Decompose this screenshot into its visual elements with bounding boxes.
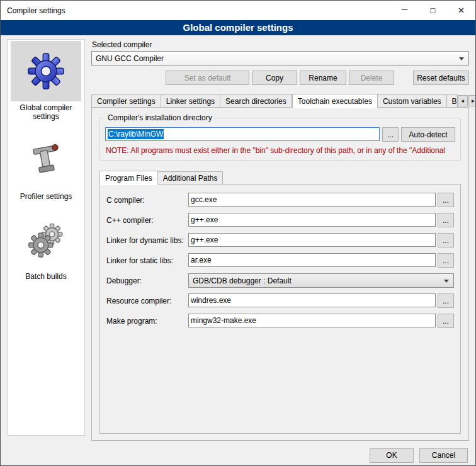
sidebar-item-label: Batch builds	[21, 270, 70, 281]
static-linker-label: Linker for static libs:	[106, 256, 188, 265]
tab-toolchain-executables[interactable]: Toolchain executables	[292, 94, 378, 108]
make-program-browse-button[interactable]: ...	[438, 314, 454, 328]
tab-compiler-settings[interactable]: Compiler settings	[91, 94, 161, 108]
c-compiler-label: C compiler:	[106, 196, 188, 205]
tab-scroll-buttons: ◄ ►	[458, 95, 476, 106]
program-files-tab-bar: Program Files Additional Paths	[99, 171, 461, 185]
page-title: Global compiler settings	[1, 20, 475, 35]
maximize-icon: □	[431, 6, 436, 15]
content-column: Selected compiler GNU GCC Compiler Set a…	[91, 39, 469, 441]
static-linker-row: Linker for static libs: ar.exe ...	[106, 253, 454, 268]
rename-button[interactable]: Rename	[300, 71, 346, 85]
title-bar: Compiler settings ─ □ ✕	[1, 1, 475, 20]
resource-compiler-input[interactable]: windres.exe	[188, 293, 436, 307]
dynamic-linker-input[interactable]: g++.exe	[188, 233, 436, 247]
dynamic-linker-label: Linker for dynamic libs:	[106, 236, 188, 245]
debugger-dropdown[interactable]: GDB/CDB debugger : Default	[188, 273, 454, 288]
gray-gears-icon	[11, 210, 81, 270]
install-dir-value: C:\raylib\MinGW	[108, 129, 164, 139]
sidebar-item-batch-builds[interactable]: Batch builds	[8, 210, 84, 281]
sidebar-item-label: Global compiler settings	[8, 101, 84, 121]
dialog-footer: OK Cancel	[1, 441, 475, 466]
profiler-tool-icon	[11, 130, 81, 190]
tab-custom-variables[interactable]: Custom variables	[378, 94, 447, 108]
make-program-input[interactable]: mingw32-make.exe	[188, 314, 436, 327]
autodetect-button[interactable]: Auto-detect	[401, 127, 455, 142]
reset-defaults-button[interactable]: Reset defaults	[413, 71, 469, 85]
install-dir-input[interactable]: C:\raylib\MinGW	[105, 127, 380, 141]
tab-additional-paths[interactable]: Additional Paths	[158, 171, 224, 185]
make-program-row: Make program: mingw32-make.exe ...	[106, 314, 454, 328]
toolchain-executables-panel: Compiler's installation directory C:\ray…	[91, 107, 469, 441]
static-linker-input[interactable]: ar.exe	[188, 253, 436, 267]
debugger-value: GDB/CDB debugger : Default	[193, 276, 292, 285]
program-files-panel: C compiler: gcc.exe ... C++ compiler: g+…	[99, 184, 461, 434]
tab-search-directories[interactable]: Search directories	[220, 94, 292, 108]
maximize-button[interactable]: □	[419, 1, 447, 20]
dynamic-linker-browse-button[interactable]: ...	[438, 233, 454, 247]
selected-compiler-dropdown[interactable]: GNU GCC Compiler	[91, 51, 469, 65]
bin-subdirectory-note: NOTE: All programs must exist either in …	[106, 146, 455, 155]
tab-scroll-left-icon[interactable]: ◄	[458, 95, 468, 106]
install-dir-browse-button[interactable]: ...	[382, 127, 399, 142]
cpp-compiler-row: C++ compiler: g++.exe ...	[106, 213, 454, 227]
installation-directory-group-title: Compiler's installation directory	[105, 113, 215, 122]
close-icon: ✕	[458, 6, 465, 15]
installation-directory-group: Compiler's installation directory C:\ray…	[99, 118, 461, 161]
copy-button[interactable]: Copy	[252, 71, 297, 85]
c-compiler-browse-button[interactable]: ...	[438, 193, 454, 207]
settings-tab-bar: Compiler settings Linker settings Search…	[91, 94, 469, 108]
blue-gear-icon	[11, 41, 81, 101]
ok-button[interactable]: OK	[370, 448, 414, 463]
cpp-compiler-input[interactable]: g++.exe	[188, 213, 436, 227]
selected-compiler-value: GNU GCC Compiler	[96, 54, 164, 63]
selected-compiler-label: Selected compiler	[92, 40, 469, 49]
resource-compiler-row: Resource compiler: windres.exe ...	[106, 293, 454, 308]
tab-build-options[interactable]: Build	[447, 94, 458, 108]
static-linker-browse-button[interactable]: ...	[438, 253, 454, 268]
settings-category-list: Global compiler settings Profiler settin…	[7, 39, 85, 436]
chevron-down-icon	[444, 280, 449, 283]
dynamic-linker-row: Linker for dynamic libs: g++.exe ...	[106, 233, 454, 247]
delete-button[interactable]: Delete	[349, 71, 394, 85]
tab-scroll-right-icon[interactable]: ►	[468, 95, 476, 106]
window-controls: ─ □ ✕	[390, 1, 475, 20]
minimize-button[interactable]: ─	[390, 1, 419, 20]
window-title: Compiler settings	[7, 6, 65, 15]
installation-directory-row: C:\raylib\MinGW ... Auto-detect	[105, 127, 455, 142]
minimize-icon: ─	[402, 4, 407, 14]
debugger-row: Debugger: GDB/CDB debugger : Default	[106, 273, 454, 288]
tab-program-files[interactable]: Program Files	[99, 171, 158, 185]
sidebar-item-label: Profiler settings	[16, 190, 76, 201]
tab-linker-settings[interactable]: Linker settings	[161, 94, 220, 108]
main-area: Global compiler settings Profiler settin…	[1, 35, 475, 441]
chevron-down-icon	[459, 57, 464, 60]
make-program-label: Make program:	[106, 317, 188, 326]
sidebar-item-profiler-settings[interactable]: Profiler settings	[8, 130, 84, 201]
resource-compiler-label: Resource compiler:	[106, 297, 188, 305]
c-compiler-row: C compiler: gcc.exe ...	[106, 193, 454, 207]
compiler-actions: Set as default Copy Rename Delete Reset …	[91, 71, 469, 85]
cpp-compiler-label: C++ compiler:	[106, 216, 188, 225]
sidebar-item-global-compiler-settings[interactable]: Global compiler settings	[8, 41, 84, 121]
close-button[interactable]: ✕	[447, 1, 475, 20]
cpp-compiler-browse-button[interactable]: ...	[438, 213, 454, 227]
resource-compiler-browse-button[interactable]: ...	[438, 293, 454, 308]
c-compiler-input[interactable]: gcc.exe	[188, 193, 436, 207]
cancel-button[interactable]: Cancel	[419, 448, 468, 463]
debugger-label: Debugger:	[106, 276, 188, 285]
set-as-default-button[interactable]: Set as default	[166, 71, 249, 85]
